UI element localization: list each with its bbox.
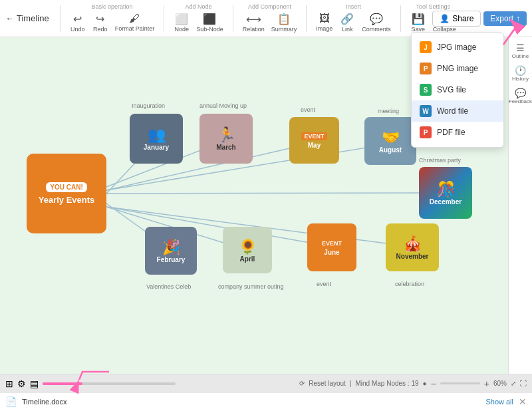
node-january[interactable]: 👥 January [130, 114, 183, 164]
section-insert-label: Insert [346, 3, 361, 10]
export-svg-label: SVG file [437, 85, 466, 94]
november-icon: 🎪 [404, 235, 422, 253]
history-button[interactable]: 🕐 History [510, 63, 531, 84]
node-may[interactable]: EVENT May [289, 117, 339, 164]
reset-layout-icon: ⟳ [299, 380, 305, 387]
fullscreen-btn[interactable]: ⛶ [520, 380, 527, 387]
file-name: Timeline.docx [22, 398, 480, 406]
png-icon: P [420, 63, 432, 74]
summary-button[interactable]: 📋Summary [269, 11, 300, 34]
export-png-label: PNG image [437, 64, 478, 73]
divider-2 [164, 5, 164, 32]
march-annotation: annual Moving up [200, 102, 247, 109]
history-label: History [512, 76, 529, 82]
zoom-slider[interactable] [440, 382, 480, 384]
export-jpg-label: JPG image [437, 43, 476, 52]
divider-5 [400, 5, 401, 32]
format-painter-button[interactable]: 🖌Format Painter [112, 11, 158, 34]
export-svg-option[interactable]: S SVG file [412, 79, 503, 100]
sub-node-button[interactable]: ⬛Sub-Node [194, 11, 226, 34]
jpg-icon: J [420, 41, 432, 53]
redo-button[interactable]: ↪Redo [90, 11, 111, 34]
march-label: March [216, 144, 235, 151]
pdf-icon: P [420, 126, 432, 138]
may-annotation: event [301, 106, 315, 113]
back-button[interactable]: ← Timeline [5, 13, 49, 23]
outline-label: Outline [512, 53, 529, 59]
export-word-option[interactable]: W Word file [412, 100, 503, 122]
node-november[interactable]: 🎪 November [386, 223, 439, 271]
comments-button[interactable]: 💬Comments [359, 11, 394, 34]
february-icon: 🎉 [162, 239, 180, 256]
section-insert: Insert 🖼Image 🔗Link 💬Comments [313, 3, 394, 34]
may-event-badge: EVENT [301, 132, 327, 140]
april-annotation: company summer outing [218, 283, 284, 290]
november-annotation: celebration [395, 281, 424, 287]
divider-4 [306, 5, 307, 32]
node-december[interactable]: 🎊 December [419, 167, 472, 219]
bottom-icon-2[interactable]: ⚙ [17, 378, 26, 389]
bottom-icon-3[interactable]: ▤ [30, 378, 39, 389]
node-button[interactable]: ⬜Node [171, 11, 192, 34]
bottom-bar: ⊞ ⚙ ▤ ⟳ Reset layout | [0, 374, 532, 411]
mind-map-nodes-label: Mind Map Nodes : 19 [356, 380, 419, 387]
export-dropdown: J JPG image P PNG image S SVG file W Wor… [411, 32, 504, 148]
november-label: November [396, 253, 429, 260]
august-icon: 🤝 [382, 129, 400, 146]
fit-screen-btn[interactable]: ⤢ [511, 380, 516, 387]
june-event-badge: EVENT [319, 239, 344, 247]
link-button[interactable]: 🔗Link [336, 11, 358, 34]
august-annotation: meeting [378, 108, 399, 114]
back-icon: ← [5, 13, 14, 23]
feedback-label: Feedback [509, 98, 532, 104]
show-all-button[interactable]: Show all [485, 398, 513, 406]
relation-button[interactable]: ⟷Relation [240, 11, 267, 34]
history-icon: 🕐 [515, 65, 526, 76]
december-label: December [430, 198, 462, 206]
separator: | [350, 380, 352, 387]
divider-1 [60, 5, 61, 32]
reset-layout-label[interactable]: Reset layout [309, 380, 346, 387]
may-label: May [308, 142, 321, 149]
node-august[interactable]: 🤝 August [364, 117, 416, 165]
node-june[interactable]: EVENT June [307, 223, 356, 271]
december-icon: 🎊 [437, 181, 455, 198]
progress-bar [43, 382, 176, 385]
bottom-top-row: ⊞ ⚙ ▤ ⟳ Reset layout | [0, 374, 532, 393]
save-button[interactable]: 💾Save [408, 11, 429, 34]
bottom-icon-1[interactable]: ⊞ [5, 378, 13, 389]
node-april[interactable]: 🌻 April [223, 227, 272, 273]
file-close-button[interactable]: ✕ [519, 396, 527, 407]
april-icon: 🌻 [239, 238, 257, 255]
june-label: June [324, 249, 339, 256]
svg-line-9 [106, 193, 446, 194]
zoom-percent: 60% [493, 380, 507, 387]
pink-arrow [76, 369, 116, 385]
feedback-button[interactable]: 💬 Feedback [510, 85, 531, 106]
feedback-icon: 💬 [515, 88, 526, 98]
zoom-in-btn[interactable]: + [484, 378, 489, 389]
export-pdf-label: PDF file [437, 128, 466, 137]
february-label: February [157, 256, 186, 263]
export-word-label: Word file [437, 106, 468, 116]
node-march[interactable]: 🏃 March [200, 114, 253, 164]
share-button[interactable]: 👤 Share [432, 11, 481, 27]
svg-line-7 [106, 207, 332, 247]
export-png-option[interactable]: P PNG image [412, 58, 503, 79]
january-annotation: Inauguration [132, 102, 165, 109]
node-yearly-events[interactable]: YOU CAN! Yearly Events [27, 154, 106, 233]
december-annotation: Christmas party [419, 157, 461, 164]
section-add-node-label: Add Node [185, 3, 211, 10]
export-pdf-option[interactable]: P PDF file [412, 122, 503, 143]
export-arrow [483, 13, 523, 46]
central-badge: YOU CAN! [46, 182, 86, 192]
february-annotation: Valentines Celeb [146, 283, 191, 290]
bottom-bottom-row: 📄 Timeline.docx Show all ✕ [0, 393, 532, 412]
svg-icon: S [420, 84, 432, 96]
zoom-out-btn[interactable]: − [431, 378, 436, 389]
section-basic-operation: Basic operation ↩Undo ↪Redo 🖌Format Pain… [67, 3, 158, 34]
undo-button[interactable]: ↩Undo [67, 11, 88, 34]
divider-3 [233, 5, 233, 32]
node-february[interactable]: 🎉 February [145, 227, 197, 275]
image-button[interactable]: 🖼Image [313, 11, 335, 34]
